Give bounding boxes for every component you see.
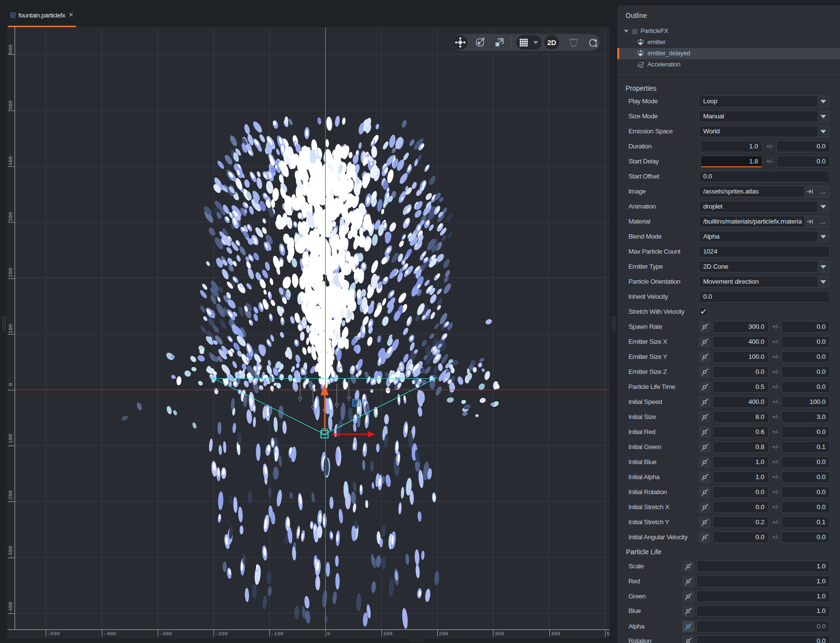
svg-text:2D: 2D: [547, 39, 557, 47]
svg-text:...: ...: [820, 187, 826, 195]
svg-text:...: ...: [820, 217, 826, 225]
